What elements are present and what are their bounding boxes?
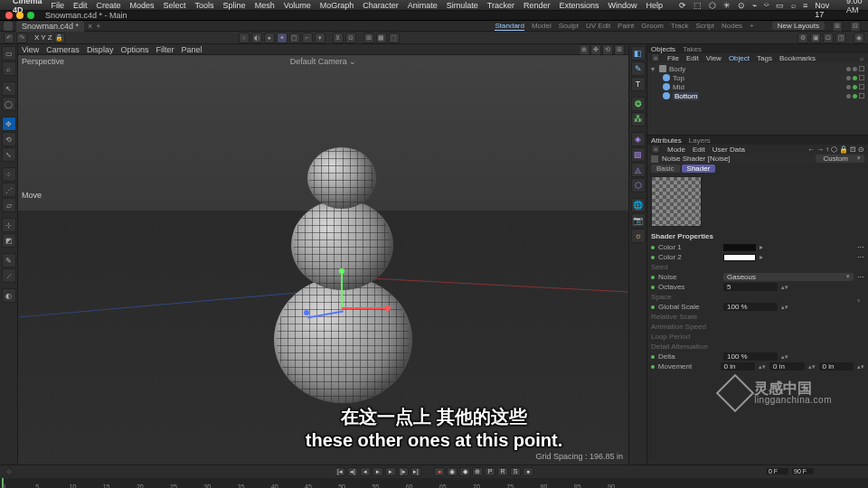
movement-x[interactable]: 0 in [721,362,755,371]
back-icon[interactable]: ← [807,145,815,154]
object-row[interactable]: ▾ Body [651,64,864,73]
vp-menu-options[interactable]: Options [120,45,148,54]
vp-nav-icon[interactable]: ⊕ [579,44,590,55]
icon[interactable]: ⊡ [850,145,856,154]
movement-z[interactable]: 0 in [819,362,854,371]
scene-icon[interactable]: 🌐 [631,198,646,212]
menu-render[interactable]: Render [524,1,551,10]
om-menu-bookmarks[interactable]: Bookmarks [779,54,816,62]
redo-icon[interactable]: ↷ [16,33,27,43]
vp-menu-panel[interactable]: Panel [181,45,202,54]
dropbox-icon[interactable]: ⬡ [709,1,716,10]
home-icon[interactable] [4,22,13,31]
om-menu-tags[interactable]: Tags [757,54,772,62]
tab-takes[interactable]: Takes [683,45,702,53]
status-icon[interactable]: ⟳ [679,1,686,10]
control-center-icon[interactable]: ≡ [803,1,807,10]
cloner-icon[interactable]: ⁂ [631,112,646,127]
key-pos-icon[interactable]: P [485,467,495,476]
fwd-icon[interactable]: → [816,145,824,154]
status-icon[interactable]: ⊙ [738,1,745,10]
magnet-icon[interactable]: ⊻ [333,33,344,43]
menu-create[interactable]: Create [97,1,121,10]
tool-icon[interactable]: ⬚ [389,33,400,43]
color-swatch[interactable] [723,244,756,251]
goto-end-icon[interactable]: ▸| [410,467,421,476]
render-icon[interactable]: ▣ [810,33,821,43]
mode-script[interactable]: Script [696,22,714,30]
picture-viewer-icon[interactable]: ⊡ [823,33,834,43]
workplane-icon[interactable]: ⊞ [363,33,374,43]
icon[interactable]: ≡ [651,53,660,62]
disclosure-icon[interactable]: ▾ [651,65,656,73]
menu-tools[interactable]: Tools [195,1,214,10]
icon[interactable]: ⊙ [858,145,864,154]
select-icon[interactable]: ● [264,33,275,43]
icon[interactable]: ≡ [651,145,660,154]
close-tab-icon[interactable]: × [88,22,92,31]
axis-icon[interactable]: ✦ [277,33,288,43]
battery-icon[interactable]: ▭ [776,1,784,10]
object-name[interactable]: Top [673,74,684,82]
menu-mesh[interactable]: Mesh [255,1,275,10]
menu-tracker[interactable]: Tracker [487,1,514,10]
key-param-icon[interactable]: ● [523,467,533,476]
axis-icon[interactable]: ⊹ [2,218,16,232]
tool-icon[interactable]: ⌐ [302,33,313,43]
key-icon[interactable] [4,466,14,476]
tool-icon[interactable]: ▾ [315,33,326,43]
mode-paint[interactable]: Paint [618,22,634,30]
zoom-icon[interactable] [27,12,34,19]
spline-icon[interactable]: ✎ [631,61,646,76]
om-menu-view[interactable]: View [706,54,722,62]
subtab-shader[interactable]: Shader [682,164,716,173]
attr-menu-edit[interactable]: Edit [693,145,705,154]
prev-frame-icon[interactable]: ◂ [360,467,371,476]
object-row[interactable]: Top [651,73,864,82]
mode-uvedit[interactable]: UV Edit [586,22,610,30]
tab-attributes[interactable]: Attributes [651,136,682,145]
prev-key-icon[interactable]: ◂| [347,467,358,476]
noise-dropdown[interactable]: Gaseous [723,273,854,281]
deformer-icon[interactable]: ▨ [631,147,646,162]
polys-icon[interactable]: ▱ [2,198,16,212]
search-icon[interactable]: ⌕ [791,1,796,10]
rotate-icon[interactable]: ⟲ [2,132,16,146]
field-icon[interactable]: ◬ [631,163,646,177]
menu-spline[interactable]: Spline [223,1,246,10]
menu-icon[interactable]: ⋯ [857,253,864,261]
layout-icon[interactable]: ⊞ [832,21,843,32]
lock-icon[interactable]: 🔒 [54,33,65,43]
menu-animate[interactable]: Animate [408,1,438,10]
sphere-top[interactable] [307,147,376,209]
tab-layers[interactable]: Layers [689,136,711,145]
lock-icon[interactable]: ⬡ [831,145,837,154]
om-menu-object[interactable]: Object [729,54,750,62]
record-icon[interactable]: ● [434,467,445,476]
mode-nodes[interactable]: Nodes [722,22,742,30]
text-icon[interactable]: T [631,77,646,91]
om-menu-file[interactable]: File [667,54,679,62]
timeline-ruler[interactable]: 051015202530354045505560657075808590 [0,478,868,489]
up-icon[interactable]: ↑ [826,145,829,154]
camera-icon[interactable]: 📷 [631,213,646,228]
viewport-canvas[interactable]: Move Grid Spacing : 196.85 in [18,55,628,465]
render-settings-icon[interactable]: ⚙ [797,33,808,43]
grid-icon[interactable]: ▦ [376,33,387,43]
edges-icon[interactable]: ⋰ [2,183,16,197]
menu-mograph[interactable]: MoGraph [320,1,354,10]
om-menu-edit[interactable]: Edit [686,54,699,62]
custom-dropdown[interactable]: Custom [816,155,864,163]
light-icon[interactable]: ☼ [631,229,646,243]
viewport-camera[interactable]: Default Camera ⌄ [290,57,357,66]
subtab-basic[interactable]: Basic [651,164,680,173]
menu-select[interactable]: Select [164,1,186,10]
autokey-icon[interactable]: ◉ [447,467,458,476]
add-mode-icon[interactable]: + [750,22,754,30]
move-icon[interactable]: ✥ [2,117,16,131]
next-frame-icon[interactable]: ▸ [385,467,396,476]
picker-icon[interactable]: ▸ [760,243,763,251]
menu-character[interactable]: Character [363,1,399,10]
select-icon[interactable]: ○ [239,33,250,43]
undo-icon[interactable]: ↶ [4,33,14,43]
